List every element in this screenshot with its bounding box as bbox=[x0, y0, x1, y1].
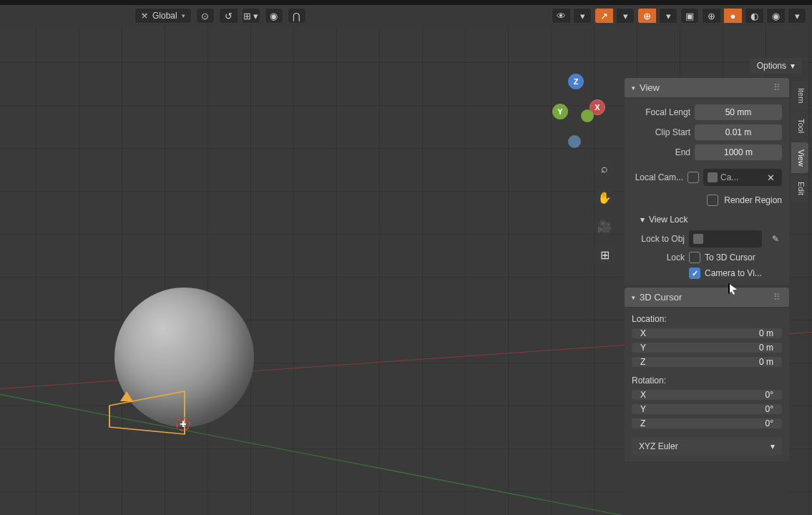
render-region-label: Render Region bbox=[724, 195, 782, 205]
viewport-header: ⤧ Global ▾ ⊙ ↺ ⊞▾ ◉ ⋂ 👁 ▾ ↗ ▾ ⊕ ▾ ▣ ⊕ ● … bbox=[0, 5, 812, 26]
gizmo-center[interactable] bbox=[581, 109, 594, 122]
object-icon bbox=[708, 172, 718, 182]
object-icon bbox=[693, 234, 703, 244]
chevron-down-icon: ▾ bbox=[632, 294, 635, 301]
pan-tool[interactable]: ✋ bbox=[594, 187, 615, 208]
focal-length-field[interactable]: 50 mm bbox=[695, 104, 782, 120]
chevron-down-icon: ▾ bbox=[632, 84, 635, 92]
snap-target-button[interactable]: ⊙ bbox=[196, 8, 215, 24]
visibility-dropdown[interactable]: ▾ bbox=[573, 8, 592, 24]
grid-icon: ⊞ bbox=[600, 248, 610, 262]
cursor-rot-y-field[interactable]: Y 0° bbox=[632, 404, 782, 414]
viewport-nav-tools: ⌕ ✋ 🎥 ⊞ bbox=[594, 158, 615, 265]
focal-length-label: Focal Lengt bbox=[632, 107, 690, 117]
lock-to-object-label: Lock to Obj bbox=[632, 234, 685, 244]
chevron-down-icon: ▾ bbox=[182, 12, 185, 19]
local-camera-checkbox[interactable] bbox=[688, 172, 699, 183]
cursor-rot-x-field[interactable]: X 0° bbox=[632, 390, 782, 400]
tab-item[interactable]: Item bbox=[791, 81, 808, 110]
snap-magnet-button[interactable]: ↺ bbox=[219, 8, 238, 24]
3d-cursor-panel-body: Location: X 0 m Y 0 m Z 0 m Rotation: X … bbox=[625, 308, 789, 461]
n-panel-tabs: Item Tool View Edit bbox=[791, 81, 808, 202]
cursor-loc-y-field[interactable]: Y 0 m bbox=[632, 343, 782, 353]
tab-tool[interactable]: Tool bbox=[791, 112, 808, 140]
3d-cursor-indicator bbox=[176, 417, 190, 431]
window-top-strip bbox=[0, 0, 812, 5]
cursor-rot-z-field[interactable]: Z 0° bbox=[632, 418, 782, 428]
shading-wireframe-button[interactable]: ⊕ bbox=[702, 8, 720, 24]
tab-edit[interactable]: Edit bbox=[791, 175, 808, 202]
orientation-dropdown[interactable]: ⤧ Global ▾ bbox=[134, 8, 192, 24]
axes-icon: ⤧ bbox=[141, 11, 148, 21]
snap-type-dropdown[interactable]: ⊞▾ bbox=[242, 8, 260, 24]
grip-icon[interactable]: ⠿ bbox=[773, 82, 782, 93]
camera-view-tool[interactable]: 🎥 bbox=[594, 215, 615, 237]
chevron-down-icon: ▾ bbox=[791, 61, 795, 71]
lock-to-object-field[interactable] bbox=[689, 230, 762, 247]
xray-button[interactable]: ▣ bbox=[680, 8, 699, 24]
3d-viewport[interactable]: Options ▾ Z Y X ⌕ ✋ 🎥 ⊞ ▾ View ⠿ Focal L… bbox=[0, 26, 812, 515]
visibility-button[interactable]: 👁 bbox=[552, 8, 570, 24]
tab-view[interactable]: View bbox=[791, 142, 808, 174]
gizmo-neg-z[interactable] bbox=[568, 135, 581, 148]
3d-cursor-panel-header[interactable]: ▾ 3D Cursor ⠿ bbox=[625, 288, 789, 307]
location-label: Location: bbox=[632, 314, 782, 324]
camera-to-view-checkbox[interactable] bbox=[689, 268, 700, 279]
rotation-mode-dropdown[interactable]: XYZ Euler ▾ bbox=[632, 437, 782, 456]
gizmo-z-axis[interactable]: Z bbox=[568, 74, 584, 89]
navigation-gizmo[interactable]: Z Y X bbox=[545, 74, 610, 160]
chevron-down-icon: ▾ bbox=[640, 215, 645, 225]
view-lock-subheader[interactable]: ▾ View Lock bbox=[632, 212, 782, 226]
local-camera-field[interactable]: Ca... ✕ bbox=[703, 169, 782, 186]
rotation-label: Rotation: bbox=[632, 376, 782, 386]
clip-end-field[interactable]: 1000 m bbox=[695, 144, 782, 160]
lock-to-3d-cursor-label: To 3D Cursor bbox=[705, 252, 755, 263]
camera-icon: 🎥 bbox=[597, 220, 612, 233]
local-camera-label: Local Cam... bbox=[632, 172, 683, 182]
view-panel-header[interactable]: ▾ View ⠿ bbox=[625, 78, 789, 97]
gizmo-dropdown[interactable]: ▾ bbox=[616, 8, 635, 24]
eyedropper-icon[interactable]: ✎ bbox=[769, 232, 782, 245]
clip-end-label: End bbox=[632, 147, 690, 157]
zoom-tool[interactable]: ⌕ bbox=[594, 158, 615, 180]
perspective-tool[interactable]: ⊞ bbox=[594, 244, 615, 265]
cursor-loc-x-field[interactable]: X 0 m bbox=[632, 328, 782, 338]
orientation-label: Global bbox=[152, 11, 177, 21]
cursor-loc-z-field[interactable]: Z 0 m bbox=[632, 357, 782, 367]
shading-material-button[interactable]: ◐ bbox=[745, 8, 763, 24]
shading-dropdown[interactable]: ▾ bbox=[788, 8, 806, 24]
proportional-edit-button[interactable]: ◉ bbox=[265, 8, 283, 24]
hand-icon: ✋ bbox=[597, 191, 612, 205]
shading-rendered-button[interactable]: ◉ bbox=[766, 8, 785, 24]
lock-to-3d-cursor-checkbox[interactable] bbox=[689, 252, 700, 263]
gizmo-toggle-button[interactable]: ↗ bbox=[595, 8, 613, 24]
proportional-falloff-button[interactable]: ⋂ bbox=[288, 8, 306, 24]
chevron-down-icon: ▾ bbox=[771, 441, 775, 451]
lock-label: Lock bbox=[632, 252, 685, 263]
clip-start-label: Clip Start bbox=[632, 127, 690, 137]
grip-icon[interactable]: ⠿ bbox=[773, 292, 782, 303]
render-region-checkbox[interactable] bbox=[707, 195, 718, 206]
view-panel-body: Focal Lengt 50 mm Clip Start 0.01 m End … bbox=[625, 99, 789, 285]
options-dropdown[interactable]: Options ▾ bbox=[750, 58, 802, 74]
svg-marker-0 bbox=[109, 391, 185, 434]
n-panel: ▾ View ⠿ Focal Lengt 50 mm Clip Start 0.… bbox=[625, 78, 789, 515]
camera-object[interactable] bbox=[106, 384, 188, 441]
clear-icon[interactable]: ✕ bbox=[764, 172, 778, 183]
magnifier-icon: ⌕ bbox=[601, 162, 608, 175]
overlay-dropdown[interactable]: ▾ bbox=[659, 8, 678, 24]
shading-solid-button[interactable]: ● bbox=[723, 8, 742, 24]
gizmo-y-axis[interactable]: Y bbox=[552, 104, 568, 119]
camera-to-view-label: Camera to Vi... bbox=[705, 268, 762, 278]
clip-start-field[interactable]: 0.01 m bbox=[695, 124, 782, 140]
overlay-toggle-button[interactable]: ⊕ bbox=[637, 8, 656, 24]
